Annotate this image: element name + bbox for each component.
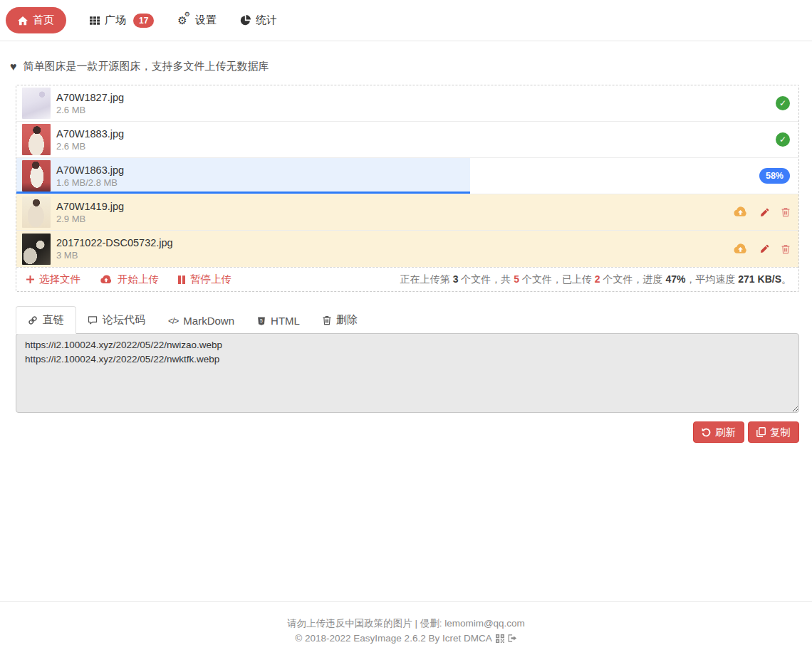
nav-label: 广场 <box>105 14 126 27</box>
code-icon: </> <box>168 316 178 326</box>
file-size: 2.6 MB <box>56 141 124 152</box>
footer: 请勿上传违反中国政策的图片 | 侵删: lemomim@qq.com © 201… <box>0 601 812 645</box>
upload-success-icon: ✓ <box>776 132 790 147</box>
file-name: A70W1827.jpg <box>56 92 124 103</box>
tab-forum-code[interactable]: 论坛代码 <box>76 307 157 333</box>
refresh-label: 刷新 <box>715 426 736 439</box>
upload-dropzone[interactable]: A70W1827.jpg 2.6 MB ✓ A70W1883.jpg 2.6 M… <box>16 85 799 292</box>
nav-item-settings[interactable]: ⚙⚙ 设置 <box>177 14 217 27</box>
trash-icon <box>323 315 331 325</box>
qrcode-icon[interactable] <box>496 634 504 643</box>
edit-icon[interactable] <box>760 208 769 217</box>
copy-button[interactable]: 复制 <box>748 421 799 443</box>
file-row-uploading: A70W1863.jpg 1.6 MB/2.8 MB 58% <box>16 158 798 194</box>
delete-icon[interactable] <box>781 207 790 217</box>
pause-icon <box>178 276 185 284</box>
upload-status-text: 正在上传第 3 个文件，共 5 个文件，已上传 2 个文件，进度 47%，平均速… <box>400 273 791 286</box>
cloud-upload-icon <box>100 275 113 285</box>
nav-item-plaza[interactable]: 广场 17 <box>90 14 154 28</box>
svg-text:5: 5 <box>260 318 263 323</box>
select-files-label: 选择文件 <box>39 273 80 286</box>
delete-icon[interactable] <box>781 244 790 254</box>
file-name: A70W1863.jpg <box>56 164 124 176</box>
tab-delete[interactable]: 删除 <box>311 307 369 333</box>
navbar: 首页 广场 17 ⚙⚙ 设置 统计 <box>0 0 812 41</box>
upload-file-icon[interactable] <box>733 243 748 255</box>
file-size: 2.6 MB <box>56 105 124 115</box>
heart-icon: ♥ <box>10 61 17 73</box>
footer-policy-text: 请勿上传违反中国政策的图片 | 侵删: lemomim@qq.com <box>0 617 812 631</box>
link-icon <box>28 315 38 325</box>
start-upload-label: 开始上传 <box>118 273 159 286</box>
logout-icon[interactable] <box>508 634 517 643</box>
comment-icon <box>88 315 98 325</box>
select-files-button[interactable]: 选择文件 <box>26 273 80 286</box>
file-thumbnail <box>22 196 51 228</box>
tab-markdown[interactable]: </> MarkDown <box>157 308 246 333</box>
start-upload-button[interactable]: 开始上传 <box>100 273 159 286</box>
tab-label: 删除 <box>336 313 358 327</box>
plaza-count-badge: 17 <box>133 14 154 28</box>
file-thumbnail <box>22 88 51 119</box>
file-row: A70W1827.jpg 2.6 MB ✓ <box>16 85 798 122</box>
plus-icon <box>26 276 34 283</box>
gears-icon: ⚙⚙ <box>177 15 190 26</box>
tab-label: HTML <box>271 315 300 327</box>
file-name: A70W1419.jpg <box>56 201 124 212</box>
upload-toolbar: 选择文件 开始上传 暂停上传 正在上传第 3 个文件，共 5 个文件，已上传 2… <box>16 267 798 291</box>
intro-text: 简单图床是一款开源图床，支持多文件上传无数据库 <box>24 60 269 73</box>
nav-label: 首页 <box>33 14 54 27</box>
refresh-icon <box>702 428 711 437</box>
progress-percent-badge: 58% <box>759 168 790 184</box>
upload-file-icon[interactable] <box>733 206 748 218</box>
footer-copyright-text: © 2018-2022 EasyImage 2.6.2 By Icret DMC… <box>295 631 491 645</box>
tab-label: 论坛代码 <box>103 313 145 327</box>
html5-icon: 5 <box>257 316 266 326</box>
file-name: 20171022-DSC05732.jpg <box>56 237 173 248</box>
pause-upload-button[interactable]: 暂停上传 <box>178 273 231 286</box>
grid-icon <box>90 16 100 26</box>
copy-label: 复制 <box>770 426 791 439</box>
file-row: A70W1419.jpg 2.9 MB <box>16 194 798 231</box>
nav-label: 设置 <box>195 14 217 27</box>
copy-icon <box>756 427 766 437</box>
link-format-tabs: 直链 论坛代码 </> MarkDown 5 HTML 删除 <box>16 307 799 333</box>
intro-banner: ♥ 简单图床是一款开源图床，支持多文件上传无数据库 <box>10 60 802 73</box>
refresh-button[interactable]: 刷新 <box>693 421 744 443</box>
nav-item-stats[interactable]: 统计 <box>240 14 277 27</box>
tab-direct-link[interactable]: 直链 <box>16 306 76 334</box>
file-row: 20171022-DSC05732.jpg 3 MB <box>16 231 798 267</box>
file-thumbnail <box>22 124 51 155</box>
file-thumbnail <box>22 160 51 192</box>
tab-html[interactable]: 5 HTML <box>246 308 311 333</box>
actions-row: 刷新 复制 <box>16 421 799 443</box>
file-size: 1.6 MB/2.8 MB <box>56 177 124 188</box>
upload-success-icon: ✓ <box>776 96 790 110</box>
home-icon <box>18 16 28 26</box>
file-thumbnail <box>22 234 51 265</box>
pie-chart-icon <box>240 15 251 26</box>
pause-upload-label: 暂停上传 <box>190 273 231 286</box>
file-size: 3 MB <box>56 250 173 261</box>
tab-label: MarkDown <box>183 315 234 327</box>
edit-icon[interactable] <box>760 244 769 253</box>
tab-label: 直链 <box>43 313 64 327</box>
file-size: 2.9 MB <box>56 214 124 224</box>
file-name: A70W1883.jpg <box>56 128 124 140</box>
nav-item-home[interactable]: 首页 <box>6 7 66 33</box>
links-textarea[interactable]: https://i2.100024.xyz/2022/05/22/nwizao.… <box>16 333 799 413</box>
file-row: A70W1883.jpg 2.6 MB ✓ <box>16 122 798 158</box>
nav-label: 统计 <box>256 14 277 27</box>
